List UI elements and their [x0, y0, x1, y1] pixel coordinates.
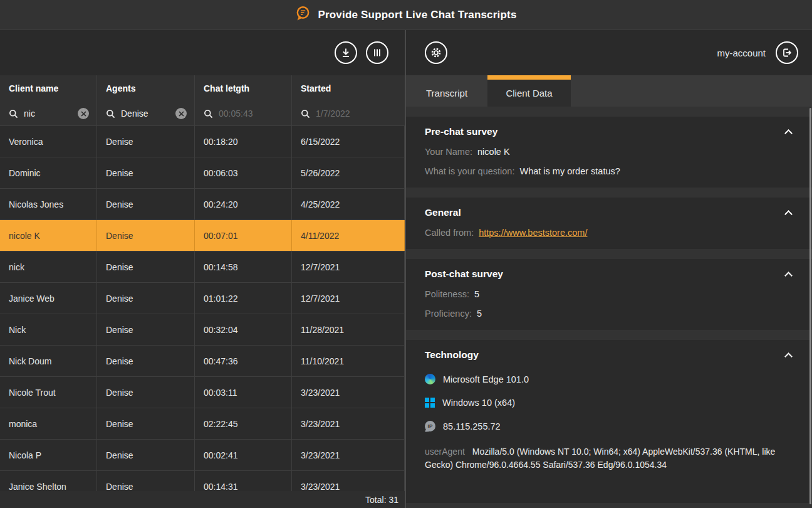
chat-length-filter-input[interactable]: [219, 108, 284, 119]
chat-bubble-logo-icon: [295, 6, 311, 24]
section-title: General: [425, 207, 461, 218]
client-name-filter-input[interactable]: [24, 108, 72, 119]
tab-transcript[interactable]: Transcript: [406, 75, 487, 107]
cell-started: 12/7/2021: [292, 251, 405, 282]
column-header-started[interactable]: Started: [292, 75, 405, 102]
cell-started: 11/10/2021: [292, 346, 405, 376]
field-question: What is your question:What is my order s…: [425, 166, 793, 176]
table-row[interactable]: nick Denise 00:14:58 12/7/2021: [0, 251, 405, 283]
download-button[interactable]: [335, 41, 357, 64]
edge-icon: [425, 374, 435, 384]
columns-button[interactable]: [366, 41, 388, 64]
tab-transcript-label: Transcript: [426, 88, 467, 98]
section-technology: Technology Microsoft Edge 101.0 Windows …: [406, 340, 812, 503]
table-row[interactable]: Nicole Trout Denise 00:03:11 3/23/2021: [0, 377, 405, 408]
tech-browser: Microsoft Edge 101.0: [425, 374, 793, 384]
cell-started: 5/26/2022: [292, 157, 405, 188]
tech-ip-label: 85.115.255.72: [443, 421, 501, 431]
chevron-up-icon[interactable]: [784, 129, 793, 137]
app-window: Provide Support Live Chat Transcripts: [0, 0, 812, 508]
field-value: 5: [477, 309, 482, 319]
field-label: Called from:: [425, 228, 474, 238]
logout-icon: [781, 46, 793, 59]
account-area: my-account: [717, 41, 798, 64]
cell-client: Veronica: [0, 126, 97, 157]
section-title: Technology: [425, 349, 479, 361]
search-icon: [9, 109, 18, 119]
table-row-selected[interactable]: nicole K Denise 00:07:01 4/11/2022: [0, 220, 405, 251]
cell-length: 02:22:45: [195, 408, 292, 439]
agents-filter-input[interactable]: [121, 108, 170, 119]
filter-cell-chat-length: [195, 102, 292, 125]
settings-button[interactable]: [425, 41, 447, 64]
cell-started: 12/7/2021: [292, 283, 405, 314]
column-header-chat-length[interactable]: Chat letgth: [195, 75, 292, 102]
cell-agent: Denise: [97, 189, 195, 220]
client-data-content: Pre-chat survey Your Name:nicole K What …: [406, 107, 812, 508]
cell-agent: Denise: [97, 440, 195, 470]
chevron-up-icon[interactable]: [784, 272, 793, 280]
cell-length: 00:07:01: [195, 220, 292, 251]
table-row[interactable]: monica Denise 02:22:45 3/23/2021: [0, 408, 405, 440]
table-row[interactable]: Dominic Denise 00:06:03 5/26/2022: [0, 157, 405, 189]
filter-cell-client-name: [0, 102, 97, 125]
field-called-from: Called from:https://www.beststore.com/: [425, 228, 793, 238]
field-value: nicole K: [477, 147, 510, 157]
table-row[interactable]: Nick Doum Denise 00:47:36 11/10/2021: [0, 346, 405, 377]
scrollbar[interactable]: [809, 108, 811, 504]
tech-os: Windows 10 (x64): [425, 398, 793, 408]
search-icon: [204, 109, 213, 119]
tech-browser-label: Microsoft Edge 101.0: [443, 374, 529, 384]
cell-started: 3/23/2021: [292, 377, 405, 408]
field-label: Proficiency:: [425, 309, 472, 319]
account-name: my-account: [717, 48, 766, 58]
table-row[interactable]: Nicola P Denise 00:02:41 3/23/2021: [0, 440, 405, 471]
table-row[interactable]: Nick Denise 00:32:04 11/28/2021: [0, 314, 405, 346]
gear-icon: [430, 46, 442, 59]
app-header: Provide Support Live Chat Transcripts: [0, 0, 812, 30]
field-value: 5: [474, 289, 479, 299]
cell-agent: Denise: [97, 251, 195, 282]
cell-started: 3/23/2021: [292, 408, 405, 439]
total-count: Total: 31: [365, 495, 398, 505]
cell-agent: Denise: [97, 220, 195, 251]
table-row[interactable]: Janice Web Denise 01:01:22 12/7/2021: [0, 283, 405, 314]
field-politeness: Politeness:5: [425, 289, 793, 299]
section-pre-chat-survey: Pre-chat survey Your Name:nicole K What …: [406, 117, 812, 188]
cell-length: 00:18:20: [195, 126, 292, 157]
useragent-label: userAgent: [425, 447, 465, 457]
detail-tabs: Transcript Client Data: [406, 75, 812, 107]
cell-started: 4/11/2022: [292, 220, 405, 251]
cell-length: 00:02:41: [195, 440, 292, 470]
chevron-up-icon[interactable]: [784, 210, 793, 218]
cell-agent: Denise: [97, 377, 195, 408]
table-header: Client name Agents Chat letgth Started: [0, 75, 405, 125]
client-detail-panel: my-account Transcript Client Data: [406, 30, 812, 508]
clear-agents-filter-icon[interactable]: [175, 108, 187, 119]
column-header-agents[interactable]: Agents: [97, 75, 195, 102]
detail-toolbar: my-account: [406, 30, 812, 75]
cell-client: monica: [0, 408, 97, 439]
ip-pin-icon: [425, 421, 435, 431]
main-area: Client name Agents Chat letgth Started: [0, 30, 812, 508]
field-value: What is my order status?: [519, 166, 620, 176]
cell-length: 00:47:36: [195, 346, 292, 376]
cell-length: 00:32:04: [195, 314, 292, 345]
tab-client-data[interactable]: Client Data: [487, 75, 571, 107]
chevron-up-icon[interactable]: [784, 352, 793, 361]
cell-started: 11/28/2021: [292, 314, 405, 345]
table-row[interactable]: Nicolas Jones Denise 00:24:20 4/25/2022: [0, 189, 405, 220]
cell-started: 6/15/2022: [292, 126, 405, 157]
field-your-name: Your Name:nicole K: [425, 147, 793, 157]
table-row[interactable]: Veronica Denise 00:18:20 6/15/2022: [0, 126, 405, 157]
column-header-client-name[interactable]: Client name: [0, 75, 97, 102]
tech-ip: 85.115.255.72: [425, 421, 793, 431]
cell-started: 3/23/2021: [292, 440, 405, 470]
download-icon: [340, 47, 351, 58]
table-footer: Total: 31: [0, 491, 405, 508]
section-general: General Called from:https://www.beststor…: [406, 198, 812, 249]
logout-button[interactable]: [776, 41, 798, 64]
called-from-link[interactable]: https://www.beststore.com/: [479, 228, 587, 238]
app-title: Provide Support Live Chat Transcripts: [318, 9, 516, 21]
clear-client-filter-icon[interactable]: [78, 108, 89, 119]
